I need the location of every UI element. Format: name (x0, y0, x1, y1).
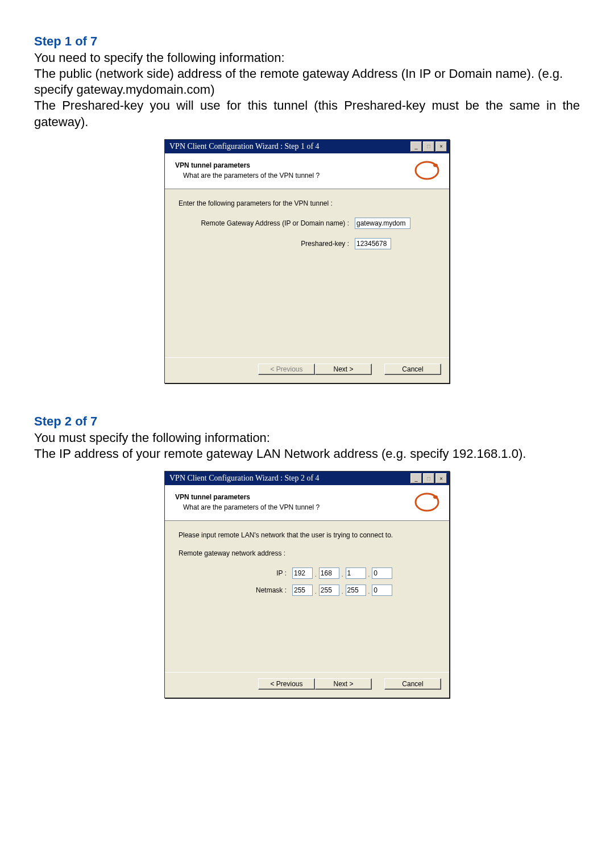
header-title: VPN tunnel parameters (175, 161, 413, 169)
next-button[interactable]: Next > (315, 364, 372, 375)
header-subtitle: What are the parameters of the VPN tunne… (183, 172, 413, 180)
gateway-input[interactable] (355, 218, 410, 229)
svg-point-3 (433, 495, 438, 499)
minimize-button[interactable]: _ (410, 141, 422, 152)
wizard-dialog-step2: VPN Client Configuration Wizard : Step 2… (164, 471, 450, 698)
psk-input[interactable] (355, 238, 391, 249)
ip-octet-4[interactable] (372, 567, 392, 579)
minimize-button[interactable]: _ (410, 473, 422, 483)
cancel-button[interactable]: Cancel (384, 678, 441, 690)
title-bar-text: VPN Client Configuration Wizard : Step 2… (169, 474, 409, 483)
netmask-label: Netmask : (179, 586, 292, 594)
dialog-header: VPN tunnel parameters What are the param… (165, 485, 449, 521)
logo-icon (413, 159, 441, 182)
header-subtitle: What are the parameters of the VPN tunne… (183, 503, 413, 511)
step2-line1: You must specify the following informati… (34, 430, 580, 446)
ip-octet-2[interactable] (319, 567, 339, 579)
title-bar: VPN Client Configuration Wizard : Step 2… (165, 471, 449, 485)
dialog-header: VPN tunnel parameters What are the param… (165, 153, 449, 189)
maximize-button: □ (423, 473, 434, 483)
netmask-octet-3[interactable] (346, 585, 366, 596)
step1-line3: The Preshared-key you will use for this … (34, 98, 580, 130)
netaddr-label: Remote gateway network address : (179, 549, 435, 557)
cancel-button[interactable]: Cancel (384, 364, 441, 375)
title-bar-text: VPN Client Configuration Wizard : Step 1… (169, 142, 409, 151)
netmask-octet-2[interactable] (319, 585, 339, 596)
next-button[interactable]: Next > (315, 678, 372, 690)
dialog-footer: < Previous Next > Cancel (165, 672, 449, 698)
step1-line1: You need to specify the following inform… (34, 50, 580, 66)
wizard-dialog-step1: VPN Client Configuration Wizard : Step 1… (164, 139, 450, 383)
dialog-body: Please input remote LAN's network that t… (165, 521, 449, 672)
ip-octet-1[interactable] (292, 567, 313, 579)
dialog-body: Enter the following parameters for the V… (165, 189, 449, 357)
body-intro: Enter the following parameters for the V… (179, 199, 435, 207)
dot-icon: . (366, 571, 372, 579)
ip-octet-3[interactable] (346, 567, 366, 579)
header-title: VPN tunnel parameters (175, 493, 413, 501)
maximize-button: □ (423, 141, 434, 152)
step2-line2: The IP address of your remote gateway LA… (34, 446, 580, 462)
close-button[interactable]: × (435, 141, 447, 152)
title-bar: VPN Client Configuration Wizard : Step 1… (165, 140, 449, 153)
dialog-footer: < Previous Next > Cancel (165, 357, 449, 383)
dot-icon: . (339, 571, 346, 579)
psk-label: Preshared-key : (179, 240, 355, 248)
dot-icon: . (313, 571, 319, 579)
previous-button: < Previous (258, 364, 315, 375)
svg-point-1 (433, 164, 438, 167)
netmask-octet-4[interactable] (372, 585, 392, 596)
dot-icon: . (313, 589, 319, 596)
logo-icon (413, 491, 441, 514)
step1-line2: The public (network side) address of the… (34, 66, 580, 98)
dot-icon: . (366, 589, 372, 596)
gateway-label: Remote Gateway Address (IP or Domain nam… (179, 219, 355, 227)
close-button[interactable]: × (435, 473, 447, 483)
netmask-octet-1[interactable] (292, 585, 313, 596)
body-intro: Please input remote LAN's network that t… (179, 531, 435, 539)
dot-icon: . (339, 589, 346, 596)
step2-heading: Step 2 of 7 (34, 414, 580, 429)
previous-button[interactable]: < Previous (258, 678, 315, 690)
ip-label: IP : (179, 569, 292, 577)
step1-heading: Step 1 of 7 (34, 34, 580, 49)
